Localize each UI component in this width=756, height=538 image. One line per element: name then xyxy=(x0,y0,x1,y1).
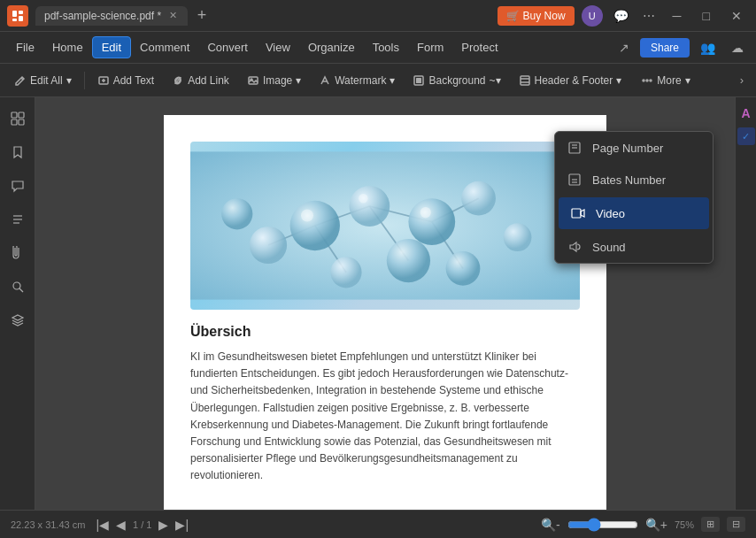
zoom-slider[interactable] xyxy=(567,518,638,532)
sidebar-thumbnails-icon[interactable] xyxy=(4,104,32,133)
menu-home[interactable]: Home xyxy=(43,37,92,58)
sidebar-attachments-icon[interactable] xyxy=(4,239,32,267)
statusbar-right: 🔍- 🔍+ 75% ⊞ ⊟ xyxy=(541,517,745,532)
prev-page-button[interactable]: ◀ xyxy=(116,518,126,532)
add-text-tool[interactable]: Add Text xyxy=(90,72,161,89)
buy-now-button[interactable]: 🛒 Buy Now xyxy=(498,6,575,26)
sidebar-toc-icon[interactable] xyxy=(4,205,32,234)
right-sidebar-icon-2[interactable]: ✓ xyxy=(737,127,755,145)
video-label: Video xyxy=(596,207,625,220)
svg-rect-3 xyxy=(12,19,17,21)
svg-rect-17 xyxy=(19,112,24,118)
separator xyxy=(84,72,85,89)
menu-form[interactable]: Form xyxy=(408,37,452,58)
collaboration-icon[interactable]: 👥 xyxy=(695,39,721,57)
user-avatar[interactable]: U xyxy=(582,5,603,27)
svg-point-36 xyxy=(461,181,496,216)
right-sidebar-icon-1[interactable]: A xyxy=(737,104,755,122)
titlebar-actions: 🛒 Buy Now U 💬 ⋯ ─ □ ✕ xyxy=(498,0,749,32)
first-page-button[interactable]: |◀ xyxy=(96,518,109,532)
watermark-arrow: ▾ xyxy=(390,74,395,87)
toolbar-scroll-right[interactable]: › xyxy=(735,72,749,88)
svg-point-34 xyxy=(350,186,390,227)
sound-icon xyxy=(566,238,583,256)
svg-rect-1 xyxy=(19,11,23,14)
watermark-icon xyxy=(319,74,331,87)
share-button[interactable]: Share xyxy=(640,38,690,58)
svg-point-13 xyxy=(643,80,644,81)
menubar: File Home Edit Comment Convert View Orga… xyxy=(0,32,756,64)
svg-point-42 xyxy=(221,198,252,229)
svg-point-38 xyxy=(387,239,430,282)
bates-number-item[interactable]: Bates Number xyxy=(555,164,713,196)
edit-all-tool[interactable]: Edit All ▾ xyxy=(7,72,79,89)
minimize-button[interactable]: ─ xyxy=(666,0,689,32)
more-options-icon[interactable]: ⋯ xyxy=(639,7,659,25)
zoom-out-button[interactable]: 🔍- xyxy=(541,518,560,532)
chat-icon[interactable]: 💬 xyxy=(610,7,632,25)
more-dropdown-menu: Page Number Bates Number Video Sound xyxy=(554,131,714,264)
video-item[interactable]: Video xyxy=(559,197,709,229)
next-page-button[interactable]: ▶ xyxy=(158,518,168,532)
zoom-in-button[interactable]: 🔍+ xyxy=(645,518,667,532)
page-number-label: Page Number xyxy=(592,142,663,155)
fit-width-button[interactable]: ⊟ xyxy=(727,517,745,532)
titlebar: pdf-sample-science.pdf * ✕ + 🛒 Buy Now U… xyxy=(0,0,756,32)
menu-tools[interactable]: Tools xyxy=(364,37,408,58)
sidebar-comments-icon[interactable] xyxy=(4,172,32,200)
main-layout: Übersich KI im Gesundheitswesen bietet E… xyxy=(0,97,756,510)
tab-title: pdf-sample-science.pdf * xyxy=(44,10,161,22)
cloud-icon[interactable]: ☁ xyxy=(726,39,749,57)
svg-point-45 xyxy=(420,207,431,218)
svg-rect-9 xyxy=(416,78,421,83)
menu-comment[interactable]: Comment xyxy=(131,37,198,58)
more-tool[interactable]: More ▾ xyxy=(634,72,697,89)
watermark-tool[interactable]: Watermark ▾ xyxy=(312,72,402,89)
page-number-item[interactable]: Page Number xyxy=(555,132,713,164)
menu-view[interactable]: View xyxy=(257,37,299,58)
svg-point-44 xyxy=(359,194,368,204)
page-number-icon xyxy=(566,139,583,157)
menu-organize[interactable]: Organize xyxy=(299,37,364,58)
svg-rect-19 xyxy=(19,119,24,125)
menu-convert[interactable]: Convert xyxy=(198,37,257,58)
add-text-icon xyxy=(97,74,110,87)
zoom-level: 75% xyxy=(675,519,694,530)
svg-line-24 xyxy=(19,288,23,292)
image-tool[interactable]: Image ▾ xyxy=(240,72,308,89)
add-link-tool[interactable]: Add Link xyxy=(165,72,236,89)
page-dimensions: 22.23 x 31.43 cm xyxy=(11,519,85,530)
sound-item[interactable]: Sound xyxy=(555,231,713,263)
svg-rect-52 xyxy=(572,209,581,218)
menubar-right: ↗ Share 👥 ☁ xyxy=(613,38,749,58)
header-footer-icon xyxy=(519,74,531,87)
help-icon[interactable]: ↗ xyxy=(613,39,635,57)
maximize-button[interactable]: □ xyxy=(696,0,717,32)
add-link-icon xyxy=(172,74,184,87)
svg-point-15 xyxy=(650,80,652,81)
pdf-heading: Übersich xyxy=(190,324,580,340)
last-page-button[interactable]: ▶| xyxy=(175,518,189,532)
header-footer-tool[interactable]: Header & Footer ▾ xyxy=(512,72,629,89)
menu-protect[interactable]: Protect xyxy=(452,37,506,58)
svg-point-41 xyxy=(504,223,532,251)
svg-point-40 xyxy=(446,251,481,286)
sidebar-bookmarks-icon[interactable] xyxy=(4,138,32,166)
svg-rect-0 xyxy=(12,11,17,17)
sidebar-search-icon[interactable] xyxy=(4,273,32,301)
close-button[interactable]: ✕ xyxy=(724,0,749,32)
right-sidebar: A ✓ xyxy=(735,97,756,510)
statusbar: 22.23 x 31.43 cm |◀ ◀ 1 / 1 ▶ ▶| 🔍- 🔍+ 7… xyxy=(0,510,756,538)
active-tab[interactable]: pdf-sample-science.pdf * ✕ xyxy=(35,6,188,26)
sidebar-layers-icon[interactable] xyxy=(4,306,32,334)
menu-file[interactable]: File xyxy=(7,37,43,58)
background-tool[interactable]: Background ~▾ xyxy=(405,72,507,89)
svg-rect-2 xyxy=(19,16,23,21)
menu-edit[interactable]: Edit xyxy=(92,36,131,58)
new-tab-button[interactable]: + xyxy=(191,5,212,27)
page-navigation: |◀ ◀ 1 / 1 ▶ ▶| xyxy=(96,518,189,532)
fit-page-button[interactable]: ⊞ xyxy=(701,517,720,532)
svg-point-39 xyxy=(330,257,361,288)
tab-close-button[interactable]: ✕ xyxy=(166,10,179,22)
sound-label: Sound xyxy=(592,241,626,254)
